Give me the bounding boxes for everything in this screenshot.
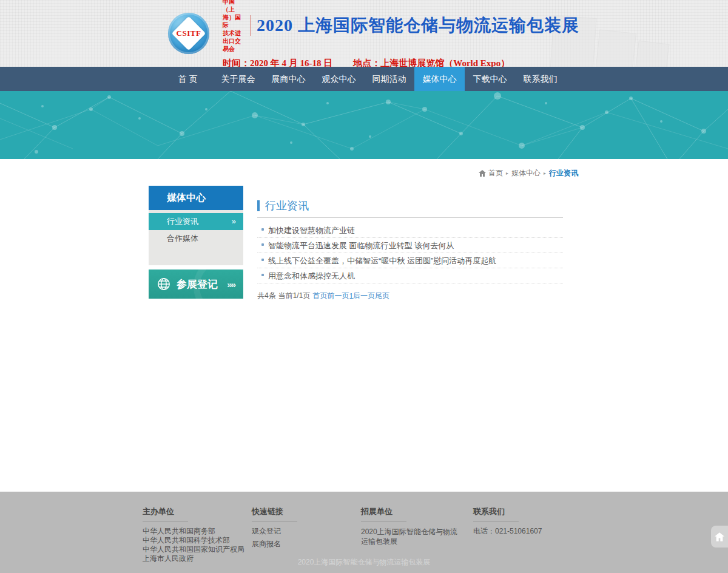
news-list: 加快建设智慧物流产业链 智能物流平台迅速发展 面临物流行业转型 该何去何从 线上… bbox=[257, 223, 563, 283]
contact-phone: 电话：021-51061607 bbox=[473, 527, 582, 536]
pagination-next[interactable]: 后一页 bbox=[353, 291, 375, 301]
breadcrumb: 首页 ▸ 媒体中心 ▸ 行业资讯 bbox=[149, 159, 579, 186]
bullet-icon bbox=[261, 228, 264, 231]
organizer-entry: 中华人民共和国国家知识产权局 bbox=[143, 545, 252, 554]
nav-item-media[interactable]: 媒体中心 bbox=[414, 67, 465, 91]
footer-col-quick-links: 快速链接 观众登记 展商报名 bbox=[252, 506, 361, 563]
footer-col-title: 快速链接 bbox=[252, 506, 361, 517]
bullet-icon bbox=[261, 274, 264, 276]
sidebar-menu: 行业资讯 » 合作媒体 bbox=[149, 210, 243, 265]
globe-icon bbox=[157, 277, 170, 291]
double-chevron-icon: »» bbox=[227, 279, 235, 290]
nav-item-download[interactable]: 下载中心 bbox=[465, 67, 515, 91]
breadcrumb-section[interactable]: 媒体中心 bbox=[511, 168, 541, 178]
site-header: CSITF 中国（上海）国际 技术进出口交易会 2020 上海国际智能仓储与物流… bbox=[0, 0, 728, 67]
section-title: 行业资讯 bbox=[265, 198, 309, 213]
main-nav: 首 页 关于展会 展商中心 观众中心 同期活动 媒体中心 下载中心 联系我们 bbox=[0, 67, 728, 91]
breadcrumb-separator-icon: ▸ bbox=[506, 171, 508, 176]
footer-col-title: 招展单位 bbox=[361, 506, 473, 517]
breadcrumb-separator-icon: ▸ bbox=[544, 171, 546, 176]
bullet-icon bbox=[261, 259, 264, 261]
pagination-total: 共4条 bbox=[257, 291, 276, 301]
footer-link-visitor-register[interactable]: 观众登记 bbox=[252, 527, 361, 536]
organizer-entry: 中华人民共和国科学技术部 bbox=[143, 536, 252, 545]
chevron-right-icon: » bbox=[232, 213, 236, 230]
pagination-current: 当前1/1页 bbox=[278, 291, 311, 301]
copyright-text: 2020上海国际智能仓储与物流运输包装展 bbox=[0, 557, 728, 568]
nav-item-events[interactable]: 同期活动 bbox=[364, 67, 414, 91]
nav-item-visitor[interactable]: 观众中心 bbox=[314, 67, 364, 91]
sidebar-item-industry-news[interactable]: 行业资讯 » bbox=[149, 213, 243, 230]
logo-text: CSITF bbox=[177, 29, 201, 38]
news-item[interactable]: 用意念和体感操控无人机 bbox=[257, 268, 563, 283]
footer-col-exhibition: 招展单位 2020上海国际智能仓储与物流运输包装展 bbox=[361, 506, 473, 563]
breadcrumb-home[interactable]: 首页 bbox=[488, 168, 503, 178]
event-venue: 地点：上海世博展览馆（World Expo） bbox=[353, 58, 510, 67]
pagination: 共4条 当前1/1页 首页 前一页 1 后一页 尾页 bbox=[257, 291, 563, 301]
event-info: 时间：2020 年 4 月 16-18 日地点：上海世博展览馆（World Ex… bbox=[223, 58, 579, 67]
page-content: 首页 ▸ 媒体中心 ▸ 行业资讯 媒体中心 行业资讯 » 合作媒体 bbox=[0, 159, 728, 492]
pagination-page-1[interactable]: 1 bbox=[349, 292, 353, 300]
exhibitor-register-button[interactable]: 参展登记 »» bbox=[149, 270, 243, 299]
news-item[interactable]: 智能物流平台迅速发展 面临物流行业转型 该何去何从 bbox=[257, 238, 563, 253]
news-item[interactable]: 线上线下公益全覆盖，中储智运“暖中秋 运团圆”慰问活动再度起航 bbox=[257, 253, 563, 268]
exhibition-name: 2020上海国际智能仓储与物流运输包装展 bbox=[361, 527, 463, 546]
nav-item-about[interactable]: 关于展会 bbox=[213, 67, 263, 91]
home-icon bbox=[715, 532, 724, 541]
nav-item-contact[interactable]: 联系我们 bbox=[515, 67, 565, 91]
sidebar: 媒体中心 行业资讯 » 合作媒体 bbox=[149, 186, 243, 299]
section-heading: 行业资讯 bbox=[257, 200, 563, 212]
csitf-logo: CSITF bbox=[168, 13, 209, 54]
footer-col-organizers: 主办单位 中华人民共和国商务部 中华人民共和国科学技术部 中华人民共和国国家知识… bbox=[143, 506, 252, 563]
pagination-last[interactable]: 尾页 bbox=[375, 291, 389, 301]
pagination-first[interactable]: 首页 bbox=[312, 291, 327, 301]
sidebar-title: 媒体中心 bbox=[149, 186, 243, 210]
bullet-icon bbox=[261, 243, 264, 246]
heading-accent-bar bbox=[257, 200, 260, 211]
network-pattern bbox=[0, 91, 728, 159]
back-to-home-button[interactable] bbox=[711, 526, 728, 548]
main-panel: 行业资讯 加快建设智慧物流产业链 智能物流平台迅速发展 面临物流行业转型 该何去… bbox=[257, 186, 579, 301]
site-footer: 主办单位 中华人民共和国商务部 中华人民共和国科学技术部 中华人民共和国国家知识… bbox=[0, 492, 728, 573]
nav-item-home[interactable]: 首 页 bbox=[163, 67, 213, 91]
footer-title-underline bbox=[473, 521, 519, 521]
organizer-entry: 中华人民共和国商务部 bbox=[143, 527, 252, 536]
event-schedule: 时间：2020 年 4 月 16-18 日 bbox=[223, 58, 332, 67]
home-icon bbox=[479, 170, 486, 177]
footer-title-underline bbox=[143, 521, 188, 521]
footer-title-underline bbox=[361, 521, 406, 521]
organizer-name: 中国（上海）国际 技术进出口交易会 bbox=[223, 0, 243, 53]
footer-link-exhibitor-apply[interactable]: 展商报名 bbox=[252, 540, 361, 549]
footer-col-title: 主办单位 bbox=[143, 506, 252, 517]
site-title: 2020 上海国际智能仓储与物流运输包装展 bbox=[257, 14, 579, 37]
news-item[interactable]: 加快建设智慧物流产业链 bbox=[257, 223, 563, 238]
footer-col-contact: 联系我们 电话：021-51061607 bbox=[473, 506, 582, 563]
nav-item-exhibitor[interactable]: 展商中心 bbox=[263, 67, 314, 91]
footer-col-title: 联系我们 bbox=[473, 506, 582, 517]
pagination-prev[interactable]: 前一页 bbox=[327, 291, 349, 301]
footer-title-underline bbox=[252, 521, 297, 521]
hero-banner bbox=[0, 91, 728, 159]
sidebar-item-partner-media[interactable]: 合作媒体 bbox=[149, 230, 243, 247]
register-label: 参展登记 bbox=[177, 277, 218, 291]
heading-divider bbox=[257, 217, 563, 218]
breadcrumb-current: 行业资讯 bbox=[549, 168, 578, 178]
